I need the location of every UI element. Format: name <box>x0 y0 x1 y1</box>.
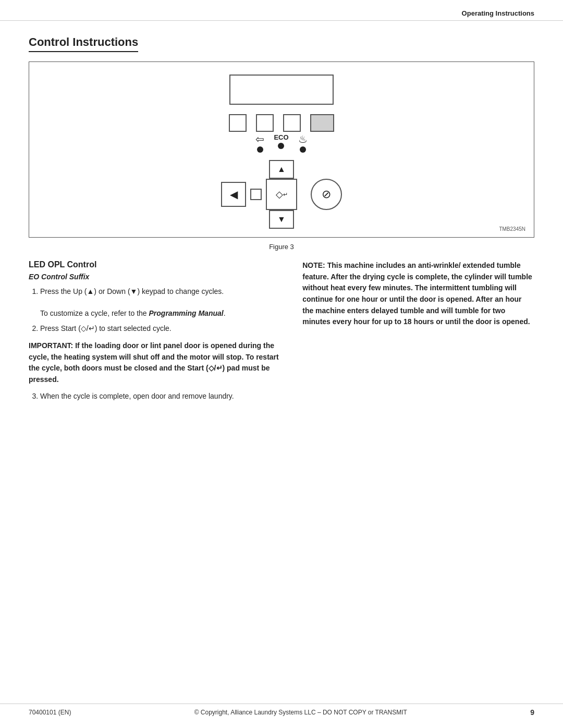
figure-label: Figure 3 <box>29 243 534 251</box>
header-title: Operating Instructions <box>462 9 534 17</box>
button-2[interactable] <box>256 114 274 132</box>
step3-text: When the cycle is complete, open door an… <box>40 392 234 400</box>
step1-customize: To customize a cycle, refer to the Progr… <box>40 309 226 317</box>
btn-up[interactable]: ▲ <box>269 160 294 179</box>
page-number: 9 <box>530 708 534 717</box>
figure-box: ⇦ ECO ♨ ◀ <box>29 61 534 238</box>
subsection-title: LED OPL Control <box>29 260 284 269</box>
step3-list: When the cycle is complete, open door an… <box>29 391 284 402</box>
nav-center: ▲ ◇↵ ▼ <box>266 160 297 229</box>
main-content: Control Instructions ⇦ ECO <box>0 21 563 439</box>
two-col: LED OPL Control EO Control Suffix Press … <box>29 260 534 408</box>
arrow-left-icon: ⇦ <box>255 134 264 144</box>
programming-manual: Programming Manual <box>149 309 224 317</box>
subsection-subtitle: EO Control Suffix <box>29 273 284 281</box>
section-title: Control Instructions <box>29 35 138 52</box>
top-buttons-row <box>229 114 334 132</box>
tmb-label: TMB2345N <box>499 226 525 232</box>
footer-center: © Copyright, Alliance Laundry Systems LL… <box>194 709 407 716</box>
icon-dot-arrow: ⇦ <box>255 134 264 153</box>
btn-stop[interactable]: ⊘ <box>311 179 342 210</box>
btn-arrow-left[interactable]: ◀ <box>221 182 246 207</box>
important-text: IMPORTANT: If the loading door or lint p… <box>29 340 284 386</box>
dot-2 <box>278 143 284 149</box>
control-panel: ⇦ ECO ♨ ◀ <box>221 75 342 229</box>
icon-dot-steam: ♨ <box>298 134 308 153</box>
eco-label: ECO <box>274 134 288 141</box>
step2-text: Press Start (◇/↵) to start selected cycl… <box>40 324 172 332</box>
col-right: NOTE: This machine includes an anti-wrin… <box>302 260 534 328</box>
btn-down[interactable]: ▼ <box>269 210 294 229</box>
button-1[interactable] <box>229 114 247 132</box>
icon-dot-eco: ECO <box>274 134 288 149</box>
step-2: Press Start (◇/↵) to start selected cycl… <box>40 323 284 334</box>
small-square <box>250 189 262 200</box>
note-text: NOTE: This machine includes an anti-wrin… <box>302 260 534 328</box>
button-3[interactable] <box>283 114 301 132</box>
steps-list: Press the Up (▲) or Down (▼) keypad to c… <box>29 286 284 334</box>
btn-start[interactable]: ◇↵ <box>266 179 297 210</box>
dot-3 <box>300 146 306 153</box>
step-3: When the cycle is complete, open door an… <box>40 391 284 402</box>
dot-1 <box>257 146 263 153</box>
step-1: Press the Up (▲) or Down (▼) keypad to c… <box>40 286 284 319</box>
steam-icon: ♨ <box>298 134 308 144</box>
icons-dots-row: ⇦ ECO ♨ <box>255 134 307 153</box>
step1-text: Press the Up (▲) or Down (▼) keypad to c… <box>40 287 224 295</box>
button-fill[interactable] <box>310 114 334 132</box>
page-header: Operating Instructions <box>0 0 563 21</box>
nav-cluster: ◀ ▲ ◇↵ ▼ ⊘ <box>221 160 342 229</box>
footer-left: 70400101 (EN) <box>29 709 71 716</box>
display-rect <box>229 75 334 105</box>
page-footer: 70400101 (EN) © Copyright, Alliance Laun… <box>0 704 563 717</box>
col-left: LED OPL Control EO Control Suffix Press … <box>29 260 284 408</box>
